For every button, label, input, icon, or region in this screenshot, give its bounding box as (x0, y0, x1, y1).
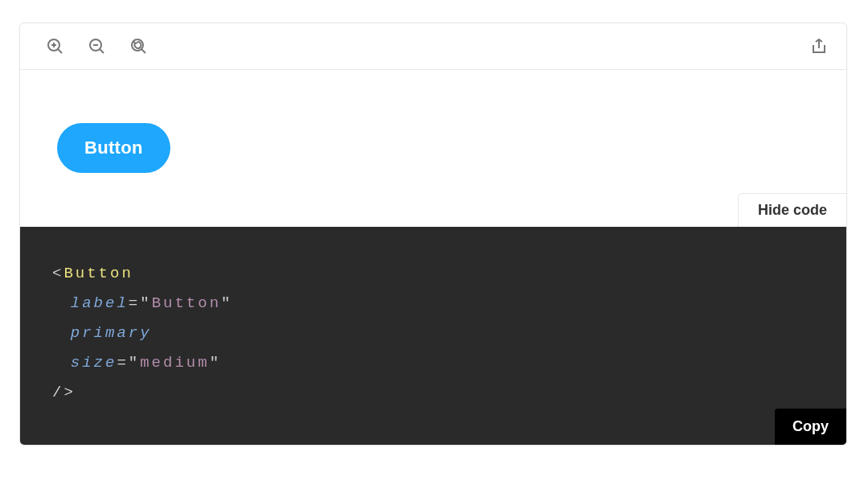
copy-button[interactable]: Copy (775, 409, 846, 445)
code-value-size: medium (140, 354, 209, 372)
story-panel: Button Hide code <Button label="Button" … (19, 23, 847, 446)
reset-zoom-icon[interactable] (129, 37, 149, 56)
canvas-toolbar (20, 23, 846, 70)
code-attr-size: size (71, 354, 117, 372)
code-snippet: <Button label="Button" primary size="med… (20, 227, 846, 445)
code-open-bracket: < (52, 265, 63, 282)
preview-canvas: Button Hide code (20, 70, 846, 227)
code-close-bracket: /> (52, 384, 76, 401)
code-quote-close: " (221, 294, 232, 312)
demo-primary-button[interactable]: Button (57, 123, 170, 173)
svg-line-1 (58, 49, 62, 53)
svg-line-5 (100, 49, 104, 53)
code-tag-name: Button (63, 265, 133, 282)
code-attr-primary: primary (71, 324, 152, 342)
code-quote-close-2: " (210, 354, 221, 372)
hide-code-button[interactable]: Hide code (738, 193, 846, 227)
code-value-label: Button (152, 294, 221, 312)
code-eq-2: =" (117, 354, 140, 372)
code-eq: =" (129, 294, 152, 312)
zoom-out-icon[interactable] (88, 37, 107, 56)
toolbar-left-group (46, 37, 149, 56)
zoom-in-icon[interactable] (46, 37, 65, 56)
code-attr-label: label (71, 294, 129, 312)
svg-line-8 (141, 49, 145, 53)
share-icon[interactable] (809, 37, 829, 56)
